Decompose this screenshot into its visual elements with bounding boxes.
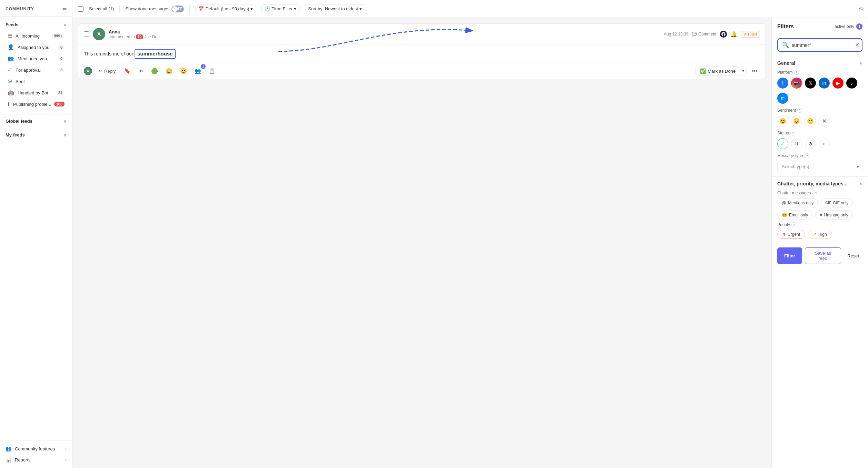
chatter-pill-emoji-only[interactable]: 😊 Emoji only — [777, 210, 812, 220]
gif-icon: GIF — [825, 201, 831, 205]
reset-button[interactable]: Reset — [844, 247, 862, 264]
approval-label: For approval — [16, 68, 41, 73]
chatter-section: Chatter, priority, media types... ∧ Chat… — [772, 176, 868, 243]
message-type-badge: 💬 Comment — [692, 32, 716, 37]
status-loading[interactable]: ○ — [819, 138, 830, 149]
mark-done-caret-button[interactable]: ▾ — [740, 67, 747, 75]
priority-filter-label: Priority — [777, 222, 790, 227]
smile-emoji-icon[interactable]: 😊 — [178, 66, 189, 76]
message-body-prefix: This reminds me of our — [84, 51, 133, 57]
status-blocked[interactable]: ⊘ — [805, 138, 816, 149]
feeds-section-header[interactable]: Feeds ∧ — [0, 19, 72, 30]
platform-linkedin[interactable]: in — [819, 78, 830, 89]
sidebar-item-publishing-problems[interactable]: ℹ Publishing proble... 180 — [2, 99, 70, 110]
done-toggle[interactable]: OFF — [171, 6, 184, 12]
my-feeds-header[interactable]: My feeds ∨ — [0, 130, 72, 140]
search-clear-icon[interactable]: ✕ — [855, 42, 859, 48]
chatter-section-header[interactable]: Chatter, priority, media types... ∧ — [772, 177, 868, 191]
topbar-divider-2 — [189, 5, 190, 13]
sidebar-item-for-approval[interactable]: ✓ For approval 3 — [2, 64, 70, 75]
sidebar-item-sent[interactable]: ✉ Sent — [2, 76, 70, 87]
assign-user-icon[interactable]: 👥 — [192, 66, 204, 76]
sent-label: Sent — [16, 79, 25, 84]
more-options-button[interactable]: ••• — [749, 66, 760, 76]
priority-label-row: Priority ? — [777, 222, 862, 227]
sentiment-na[interactable]: ✕ — [819, 115, 830, 126]
assign-avatar-icon[interactable]: A — [84, 67, 92, 75]
emoji-only-label: Emoji only — [789, 213, 808, 217]
back-icon[interactable]: ⬅ — [62, 6, 67, 12]
chatter-pill-mentions-only[interactable]: @ Mentions only — [777, 198, 818, 207]
reports-label: Reports — [15, 457, 31, 462]
message-checkbox[interactable] — [84, 31, 89, 37]
mentions-only-label: Mentions only — [788, 201, 813, 205]
search-input[interactable] — [792, 42, 852, 48]
sidebar-item-all-incoming[interactable]: ☰ All incoming 999+ — [2, 30, 70, 41]
platform-instagram[interactable]: 📷 — [791, 78, 802, 89]
global-feeds-header[interactable]: Global feeds ∨ — [0, 116, 72, 126]
sentiment-happy[interactable]: 😊 — [777, 115, 788, 126]
mentioned-label: Mentioned you — [18, 56, 47, 61]
chatter-pill-gif-only[interactable]: GIF GIF only — [821, 198, 853, 207]
sidebar-item-reports[interactable]: 📊 Reports › — [0, 454, 72, 465]
sort-by-dropdown[interactable]: Sort by: Newest to oldest ▾ — [305, 4, 365, 13]
urgent-label: Urgent — [788, 232, 800, 237]
mentions-icon: @ — [782, 200, 786, 205]
message-type-select[interactable]: Select type(s) — [777, 161, 862, 172]
bot-icon: 🤖 — [8, 90, 14, 96]
message-type-help-icon[interactable]: ? — [805, 153, 809, 158]
sidebar-item-mentioned-you[interactable]: 👥 Mentioned you 0 — [2, 53, 70, 64]
show-done-messages[interactable]: Show done messages OFF — [125, 6, 184, 12]
platform-badge: 10 — [136, 34, 143, 39]
general-section-header[interactable]: General ∧ — [772, 56, 868, 70]
chatter-help-icon[interactable]: ? — [812, 191, 817, 195]
date-range-dropdown[interactable]: 📅 Default (Last 90 days) ▾ — [195, 4, 256, 13]
time-filter-chevron: ▾ — [294, 6, 296, 11]
bell-icon[interactable]: 🔔 — [730, 31, 737, 38]
platform-tiktok[interactable]: ♪ — [846, 78, 857, 89]
sad-emoji-icon[interactable]: 😢 — [163, 66, 175, 76]
status-done[interactable]: ✓ — [777, 138, 788, 149]
approval-icon: ✓ — [8, 67, 12, 73]
time-filter-dropdown[interactable]: 🕐 Time Filter ▾ — [262, 4, 299, 13]
urgent-icon: ⬆ — [782, 232, 786, 237]
clipboard-icon[interactable]: 📋 — [206, 66, 218, 76]
commented-to-label: commented to — [109, 34, 135, 39]
save-feed-button[interactable]: Save as feed — [805, 247, 841, 264]
platform-icons-row-2: m — [777, 93, 862, 104]
reply-button[interactable]: ↩ Reply — [95, 67, 119, 75]
chatter-pill-hashtag-only[interactable]: # Hashtag only — [815, 210, 852, 220]
platform-facebook[interactable]: f — [777, 78, 788, 89]
message-body: This reminds me of our summerhouse — [78, 45, 766, 63]
filter-button[interactable]: Filter — [777, 247, 802, 264]
export-icon[interactable]: ⎘ — [859, 6, 862, 12]
date-range-chevron: ▾ — [250, 6, 253, 11]
message-type-label-row: Message type ? — [777, 153, 862, 158]
sentiment-help-icon[interactable]: ? — [797, 108, 802, 113]
platform-twitter[interactable]: 𝕏 — [805, 78, 816, 89]
eye-off-icon[interactable]: 👁 — [136, 67, 146, 76]
filter-title: Filters — [777, 23, 794, 30]
mark-done-button[interactable]: ✅ Mark as Done — [696, 66, 740, 76]
emoji-green-icon[interactable]: 🟢 — [149, 66, 160, 76]
platform-youtube[interactable]: ▶ — [832, 78, 844, 89]
all-incoming-icon: ☰ — [8, 33, 12, 39]
select-all-checkbox[interactable] — [78, 6, 83, 12]
sidebar-item-assigned-to-you[interactable]: 👤 Assigned to you 6 — [2, 42, 70, 53]
sidebar-item-community-features[interactable]: 👥 Community features › — [0, 443, 72, 454]
priority-help-icon[interactable]: ? — [791, 222, 796, 227]
active-badge-area: active only 1 — [835, 23, 862, 30]
messages-pane: A Anna commented to 10 Joe Doe Aug 12 13… — [72, 18, 771, 468]
status-help-icon[interactable]: ? — [790, 131, 795, 135]
sidebar-item-handled-by-bot[interactable]: 🤖 Handled by Bot 24 — [2, 87, 70, 98]
priority-pill-urgent[interactable]: ⬆ Urgent — [777, 230, 805, 239]
priority-pill-high[interactable]: ↗ High — [808, 230, 832, 239]
platform-help-icon[interactable]: ? — [794, 70, 799, 75]
status-pending[interactable]: ⏸ — [791, 138, 802, 149]
sentiment-neutral[interactable]: 😐 — [805, 115, 816, 126]
sentiment-sad[interactable]: 😞 — [791, 115, 802, 126]
filter-actions: Filter Save as feed Reset — [772, 243, 868, 268]
bookmark-icon[interactable]: 🔖 — [122, 66, 133, 76]
general-section-title: General — [777, 60, 795, 66]
platform-messenger[interactable]: m — [777, 93, 788, 104]
